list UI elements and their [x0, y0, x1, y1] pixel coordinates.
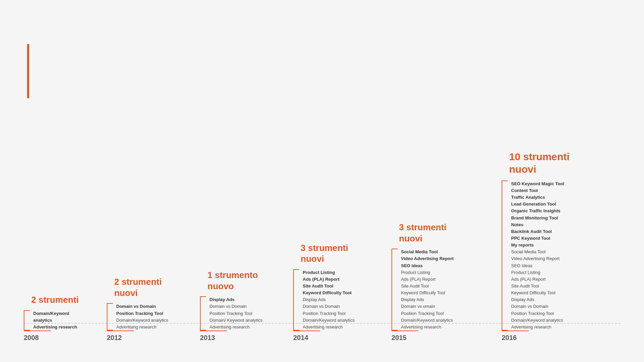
year-col-2016: 10 strumentinuoviSEO Keyword Magic ToolC…: [502, 150, 620, 342]
tool-list-item: Brand Monitoring Tool: [511, 215, 564, 221]
tool-list-item: Position Tracking Tool: [401, 310, 454, 317]
tool-list-item: Social Media Tool: [511, 249, 564, 255]
bracket-vertical-line: [391, 253, 392, 326]
tool-list-2015: Social Media ToolVideo Advertising Repor…: [401, 249, 454, 331]
bracket-bottom-horizontal: [391, 331, 419, 331]
tool-list-item: Position Tracking Tool: [209, 310, 263, 317]
bracket-bottom-corner: [502, 326, 508, 331]
tool-list-item: Advertising research: [303, 324, 355, 331]
tool-list-item: Position Tracking Tool: [303, 310, 355, 317]
tool-list-item: Notes: [511, 221, 564, 228]
tool-list-item: Domain/Keyword analytics: [401, 317, 454, 324]
bracket-bottom-corner: [293, 326, 299, 331]
tool-list-2016: SEO Keyword Magic ToolContent ToolTraffi…: [511, 180, 564, 331]
tool-list-item: Organic Traffic Insights: [511, 208, 564, 214]
tool-list-item: Advertising research: [511, 324, 564, 331]
tool-list-item: Domain vs Domain: [303, 303, 355, 310]
year-col-2014: 3 strumentinuoviProduct ListingAds (PLA)…: [293, 242, 371, 342]
year-col-2012: 2 strumentinuoviDomain vs DomainPosition…: [107, 276, 180, 342]
title-accent-bar: [27, 44, 29, 98]
year-col-2013: 1 strumentonuovoDisplay AdsDomain vs Dom…: [200, 270, 273, 342]
tool-list-item: Site Audit Tool: [511, 283, 564, 290]
tool-list-item: Product ListingAds (PLA) Report: [303, 269, 355, 283]
tool-list-item: Advertising research: [401, 324, 454, 331]
tool-list-item: Domain/Keyword analytics: [511, 317, 564, 324]
tool-list-item: Position Tracking Tool: [511, 310, 564, 317]
tool-list-item: PPC Keyword Tool: [511, 235, 564, 242]
tool-list-item: Product ListingAds (PLA) Report: [511, 269, 564, 283]
tool-list-item: Domain vs Domain: [209, 303, 263, 310]
tool-list-item: SEO Ideas: [401, 262, 454, 269]
count-label-2015: 3 strumentinuovi: [391, 222, 446, 244]
bracket-top-corner: [200, 296, 206, 301]
year-label-2014: 2014: [293, 334, 308, 342]
tool-list-item: Advertising research: [33, 324, 86, 331]
bracket-bottom-horizontal: [107, 331, 134, 331]
tool-list-item: Domain/Keyword analytics: [33, 310, 86, 324]
bracket-bottom-horizontal: [293, 331, 320, 331]
tool-list-item: Video Advertising Report: [511, 255, 564, 262]
count-label-2016: 10 strumentinuovi: [502, 150, 569, 176]
count-label-2014: 3 strumentinuovi: [293, 242, 348, 264]
tool-list-item: Display Ads: [511, 296, 564, 303]
tool-list-item: My reports: [511, 242, 564, 249]
tool-list-item: Advertising research: [209, 324, 263, 331]
bracket-bottom-corner: [200, 326, 206, 331]
tool-list-item: Domain vs Domain: [511, 303, 564, 310]
bracket-vertical-line: [502, 185, 502, 326]
tool-list-item: Site Audit Tool: [303, 283, 355, 290]
tool-list-item: Display Ads: [401, 296, 454, 303]
year-label-2012: 2012: [107, 334, 122, 342]
count-label-2013: 1 strumentonuovo: [200, 270, 258, 292]
tool-list-item: Domain/Keyword analytics: [303, 317, 355, 324]
tool-list-item: Keyword Difficulty Tool: [401, 290, 454, 296]
tool-list-item: Advertising research: [116, 324, 168, 331]
tool-list-item: Display Ads: [209, 296, 263, 303]
tool-list-2013: Display AdsDomain vs DomainPosition Trac…: [209, 296, 263, 331]
year-label-2015: 2015: [391, 334, 407, 342]
tool-list-item: Display Ads: [303, 296, 355, 303]
tool-list-2008: Domain/Keyword analyticsAdvertising rese…: [33, 310, 86, 331]
bracket-bottom-horizontal: [502, 331, 529, 331]
tool-list-2012: Domain vs DomainPosition Tracking ToolDo…: [116, 303, 168, 331]
tool-list-item: Product ListingAds (PLA) Report: [401, 269, 454, 283]
bracket-top-corner: [391, 249, 398, 253]
bracket-top-corner: [107, 303, 113, 308]
tool-list-item: SEO Keyword Magic Tool: [511, 180, 564, 187]
timeline: 2 strumentiDomain/Keyword analyticsAdver…: [0, 150, 644, 342]
tool-list-2014: Product ListingAds (PLA) ReportSite Audi…: [303, 269, 355, 331]
bracket-top-corner: [502, 180, 508, 185]
year-label-2008: 2008: [24, 334, 39, 342]
bracket-bottom-corner: [24, 326, 30, 331]
tool-list-item: Content Tool: [511, 187, 564, 194]
bracket-bottom-horizontal: [24, 331, 51, 331]
tool-list-item: Lead Generation Tool: [511, 201, 564, 208]
tool-list-item: Video Advertising Report: [401, 255, 454, 262]
year-col-2008: 2 strumentiDomain/Keyword analyticsAdver…: [24, 294, 86, 342]
bracket-bottom-corner: [107, 326, 113, 331]
tool-list-item: Keyword Difficulty Tool: [511, 290, 564, 296]
tool-list-item: Site Audit Tool: [401, 283, 454, 290]
year-label-2016: 2016: [502, 334, 517, 342]
tool-list-item: Domain vs Domain: [116, 303, 168, 310]
count-label-2012: 2 strumentinuovi: [107, 276, 162, 298]
year-col-2015: 3 strumentinuoviSocial Media ToolVideo A…: [391, 222, 481, 342]
bracket-vertical-line: [107, 308, 107, 326]
tool-list-item: Domain/Keyword analytics: [116, 317, 168, 324]
bracket-vertical-line: [200, 301, 201, 326]
title-block: [27, 44, 36, 98]
page: 2 strumentiDomain/Keyword analyticsAdver…: [0, 0, 644, 362]
bracket-bottom-corner: [391, 326, 398, 331]
tool-list-item: Social Media Tool: [401, 249, 454, 255]
bracket-vertical-line: [24, 315, 24, 326]
bracket-vertical-line: [293, 274, 294, 326]
tool-list-item: Domain vs omain: [401, 303, 454, 310]
tool-list-item: Position Tracking Tool: [116, 310, 168, 317]
bracket-top-corner: [24, 310, 30, 315]
year-label-2013: 2013: [200, 334, 215, 342]
tool-list-item: Domain/ Keyword analytics: [209, 317, 263, 324]
bracket-bottom-horizontal: [200, 331, 227, 331]
tool-list-item: Keyword Difficulty Tool: [303, 290, 355, 296]
tool-list-item: SEO Ideas: [511, 262, 564, 269]
tool-list-item: Backlink Audit Tool: [511, 228, 564, 235]
